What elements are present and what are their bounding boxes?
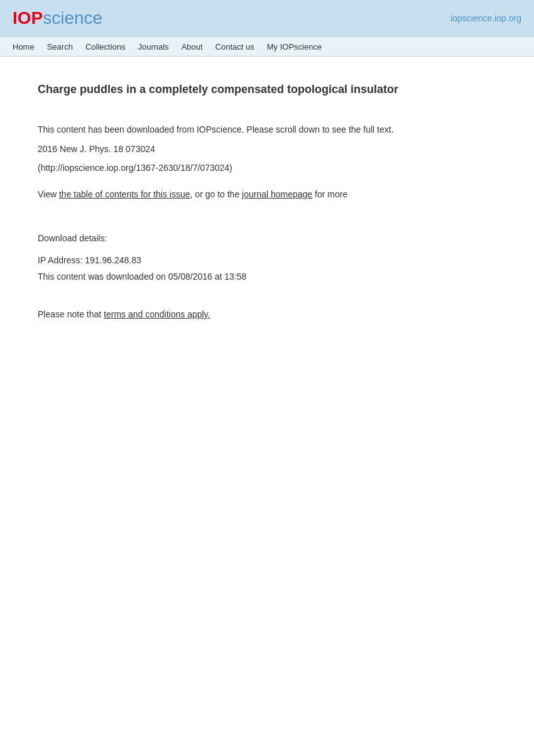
note-section: Please note that terms and conditions ap… — [38, 309, 496, 319]
terms-link[interactable]: terms and conditions apply. — [104, 309, 210, 319]
download-section: Download details: IP Address: 191.96.248… — [38, 233, 496, 284]
nav-collections[interactable]: Collections — [79, 38, 132, 55]
site-url-link[interactable]: iopscience.iop.org — [450, 13, 521, 23]
ip-address: IP Address: 191.96.248.83 — [38, 253, 496, 267]
logo-iop-text: IOP — [13, 8, 43, 28]
nav-my-iopscience[interactable]: My IOPscience — [261, 38, 328, 55]
main-nav: Home Search Collections Journals About C… — [0, 36, 534, 57]
site-logo[interactable]: IOPscience — [13, 8, 102, 28]
download-notice: This content has been downloaded from IO… — [38, 123, 496, 136]
view-text-prefix: View — [38, 189, 59, 199]
nav-home[interactable]: Home — [6, 38, 41, 55]
terms-paragraph: Please note that terms and conditions ap… — [38, 309, 496, 319]
nav-search[interactable]: Search — [41, 38, 79, 55]
logo-science-text: science — [43, 8, 102, 28]
view-text-middle: , or go to the — [190, 189, 242, 199]
nav-about[interactable]: About — [175, 38, 209, 55]
table-of-contents-link[interactable]: the table of contents for this issue — [59, 189, 190, 199]
view-text-suffix: for more — [312, 189, 347, 199]
journal-homepage-link[interactable]: journal homepage — [242, 189, 312, 199]
content-section: This content has been downloaded from IO… — [38, 123, 496, 175]
download-time: This content was downloaded on 05/08/201… — [38, 270, 496, 283]
article-url: (http://iopscience.iop.org/1367-2630/18/… — [38, 161, 496, 175]
nav-contact[interactable]: Contact us — [209, 38, 261, 55]
download-title: Download details: — [38, 233, 496, 243]
download-info: IP Address: 191.96.248.83 This content w… — [38, 253, 496, 284]
main-content: Charge puddles in a completely compensat… — [0, 57, 534, 344]
article-title: Charge puddles in a completely compensat… — [38, 82, 496, 97]
view-section: View the table of contents for this issu… — [38, 187, 496, 201]
nav-journals[interactable]: Journals — [131, 38, 175, 55]
view-links-paragraph: View the table of contents for this issu… — [38, 187, 496, 201]
note-prefix: Please note that — [38, 309, 104, 319]
page-header: IOPscience iopscience.iop.org — [0, 0, 534, 36]
citation: 2016 New J. Phys. 18 073024 — [38, 142, 496, 156]
